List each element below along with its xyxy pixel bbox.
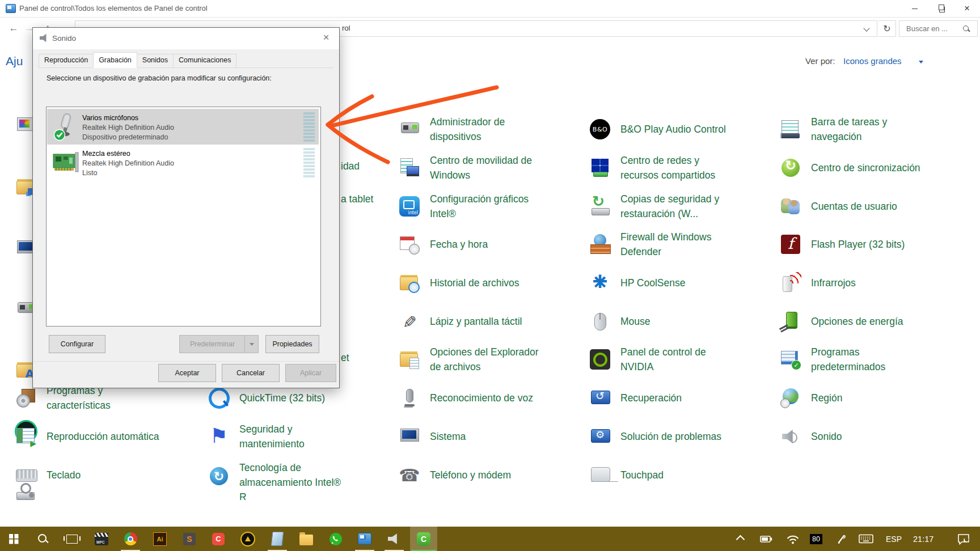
taskbar-app-volume[interactable] [381, 527, 408, 551]
tray-pen-icon[interactable] [836, 527, 847, 551]
view-by-dropdown[interactable]: Iconos grandes [843, 56, 902, 66]
item-flash-player[interactable]: Flash Player (32 bits) [779, 230, 905, 259]
item-centro-sincronizacion[interactable]: Centro de sincronización [779, 153, 920, 183]
taskbar-app-whatsapp[interactable] [322, 527, 349, 551]
cancel-button[interactable]: Cancelar [222, 364, 280, 382]
daemon-tools-icon [240, 532, 255, 546]
backup-restore-icon [589, 195, 611, 218]
item-bo-play-audio[interactable]: B&O Play Audio Control [589, 115, 726, 144]
item-fragment[interactable]: a tablet [341, 193, 373, 205]
taskbar-app-notepad[interactable] [264, 527, 291, 551]
tray-expand-icon[interactable] [736, 535, 745, 544]
taskbar-app-control-panel[interactable] [351, 527, 378, 551]
item-configuracion-graficos-intel[interactable]: Configuración gráficosIntel® [398, 192, 529, 221]
item-cuentas-usuario[interactable]: Cuentas de usuario [779, 192, 897, 221]
item-reproduccion-automatica[interactable]: Reproducción automática [15, 422, 159, 451]
taskbar-app-illustrator[interactable]: Ai [146, 527, 174, 551]
item-fragment[interactable]: idad [341, 160, 360, 172]
search-input[interactable] [905, 24, 961, 33]
taskbar-app-camtasia-recorder[interactable]: C [410, 527, 437, 551]
tab-comunicaciones[interactable]: Comunicaciones [173, 54, 236, 68]
set-default-dropdown-icon[interactable] [244, 335, 259, 353]
user-accounts-icon [779, 195, 802, 218]
item-copias-seguridad[interactable]: Copias de seguridad yrestauración (W... [589, 192, 719, 221]
taskbar-app-mpc-be[interactable] [88, 527, 115, 551]
dialog-close-icon[interactable]: × [318, 30, 335, 45]
camtasia-icon: C [212, 533, 225, 545]
item-opciones-explorador[interactable]: Opciones del Exploradorde archivos [398, 345, 539, 374]
properties-button[interactable]: Propiedades [265, 335, 319, 353]
item-region[interactable]: Región [779, 383, 842, 413]
window-titlebar: Panel de control\Todos los elementos de … [0, 0, 980, 17]
device-row-varios-microfonos[interactable]: Varios micrófonos Realtek High Definitio… [47, 109, 319, 145]
item-recuperacion[interactable]: Recuperación [589, 383, 682, 413]
address-text-fragment: rol [342, 24, 350, 32]
item-programas-predeterminados[interactable]: Programaspredeterminados [779, 345, 885, 374]
search-box[interactable] [899, 20, 978, 37]
taskbar-app-chrome[interactable] [117, 527, 144, 551]
close-button[interactable]: × [954, 0, 980, 17]
security-maintenance-icon [208, 425, 230, 448]
tray-keyboard-icon[interactable] [859, 527, 873, 551]
item-sonido[interactable]: Sonido [779, 422, 842, 451]
address-dropdown-icon[interactable] [863, 25, 869, 31]
action-center-icon[interactable] [957, 527, 970, 551]
configure-button[interactable]: Configurar [49, 335, 105, 353]
tray-battery-icon[interactable] [760, 527, 772, 551]
device-row-mezcla-estereo[interactable]: Mezcla estéreo Realtek High Definition A… [47, 145, 319, 180]
taskbar-app-camtasia[interactable]: C [205, 527, 232, 551]
tray-language[interactable]: ESP [886, 527, 902, 551]
set-default-button[interactable]: Predeterminar [179, 335, 246, 353]
sync-center-icon [779, 156, 802, 179]
item-hp-coolsense[interactable]: HP CoolSense [589, 268, 685, 298]
item-infrarrojos[interactable]: Infrarrojos [779, 268, 856, 298]
item-fragment[interactable]: et [341, 352, 349, 364]
restore-button[interactable] [928, 0, 954, 17]
tab-sonidos[interactable]: Sonidos [137, 54, 174, 68]
programs-features-icon [15, 387, 37, 409]
item-centro-movilidad[interactable]: Centro de movilidad deWindows [398, 153, 532, 183]
apply-button[interactable]: Aplicar [285, 364, 336, 382]
tray-clock[interactable]: 21:17 [913, 527, 933, 551]
item-panel-nvidia[interactable]: Panel de control deNVIDIA [589, 345, 706, 374]
item-fecha-hora[interactable]: Fecha y hora [398, 230, 488, 259]
taskbar-app-daemon-tools[interactable] [234, 527, 261, 551]
tab-reproduccion[interactable]: Reproducción [39, 54, 94, 68]
item-tecnologia-almacenamiento-intel[interactable]: Tecnología dealmacenamiento Intel®R [208, 460, 341, 500]
item-mouse[interactable]: Mouse [589, 307, 650, 336]
item-barra-tareas[interactable]: Barra de tareas ynavegación [779, 115, 887, 144]
start-button[interactable] [0, 527, 27, 551]
tab-grabacion[interactable]: Grabación [93, 52, 137, 68]
item-seguridad-mantenimiento[interactable]: Seguridad ymantenimiento [208, 422, 305, 451]
task-view-button[interactable] [58, 527, 86, 551]
tray-battery-percent[interactable]: 80 [810, 527, 822, 551]
taskbar-app-sublime[interactable]: S [176, 527, 203, 551]
view-by-label: Ver por: [805, 56, 835, 66]
item-lapiz-pantalla-tactil[interactable]: Lápiz y pantalla táctil [398, 307, 522, 336]
sound-dialog-tabs: Reproducción Grabación Sonidos Comunicac… [39, 53, 236, 68]
sound-dialog: Sonido × Reproducción Grabación Sonidos … [32, 27, 340, 388]
item-sistema[interactable]: Sistema [398, 422, 466, 451]
page-heading-fragment: Aju [6, 54, 23, 68]
item-firewall-defender[interactable]: Firewall de WindowsDefender [589, 230, 711, 259]
taskbar-app-file-explorer[interactable] [293, 527, 320, 551]
item-telefono-modem[interactable]: Teléfono y módem [398, 460, 511, 490]
taskbar-search-button[interactable] [29, 527, 57, 551]
date-time-icon [398, 233, 421, 256]
item-reconocimiento-voz[interactable]: Reconocimiento de voz [398, 383, 533, 413]
illustrator-icon: Ai [153, 532, 167, 546]
device-status: Dispositivo predeterminado [82, 133, 168, 141]
ok-button[interactable]: Aceptar [158, 364, 216, 382]
back-button[interactable]: ← [7, 22, 20, 35]
refresh-button[interactable]: ↻ [878, 20, 896, 37]
item-touchpad[interactable]: Touchpad [589, 460, 664, 490]
item-centro-redes[interactable]: Centro de redes yrecursos compartidos [589, 153, 715, 183]
minimize-button[interactable] [902, 0, 928, 17]
item-opciones-energia[interactable]: Opciones de energía [779, 307, 903, 336]
window-title: Panel de control\Todos los elementos de … [19, 4, 208, 12]
item-solucion-problemas[interactable]: Solución de problemas [589, 422, 721, 451]
tray-wifi-icon[interactable] [786, 527, 800, 551]
item-teclado[interactable]: Teclado [15, 460, 81, 490]
item-historial-archivos[interactable]: Historial de archivos [398, 268, 519, 298]
item-administrador-dispositivos[interactable]: Administrador dedispositivos [398, 115, 505, 144]
